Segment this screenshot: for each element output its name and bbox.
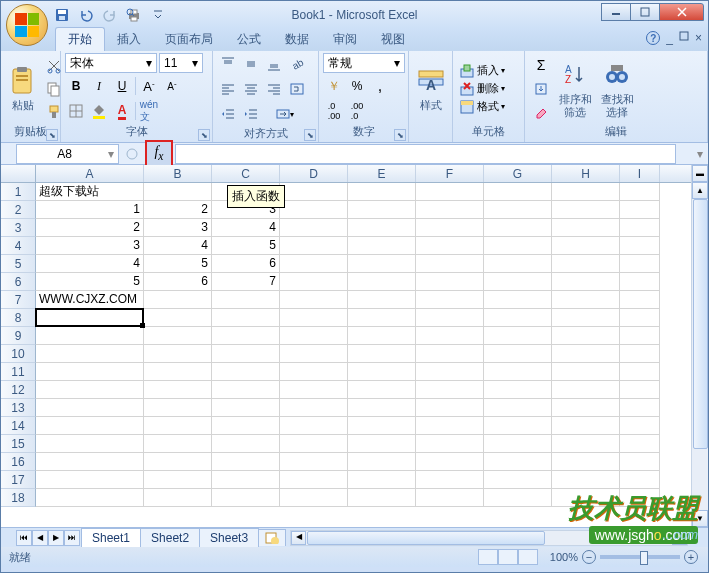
accounting-button[interactable]: ￥ [323, 75, 345, 97]
cell[interactable] [620, 255, 660, 273]
close-button[interactable] [659, 3, 704, 21]
cell[interactable] [484, 399, 552, 417]
cell[interactable] [212, 453, 280, 471]
cell[interactable] [552, 381, 620, 399]
cell[interactable] [552, 309, 620, 327]
spreadsheet-grid[interactable]: ABCDEFGHI 123456789101112131415161718 超级… [1, 165, 708, 527]
row-header[interactable]: 7 [1, 291, 36, 309]
tab-页面布局[interactable]: 页面布局 [153, 28, 225, 51]
cell[interactable]: 2 [36, 219, 144, 237]
cell[interactable] [280, 327, 348, 345]
sheet-nav-last[interactable]: ⏭ [64, 530, 80, 546]
cell[interactable]: 3 [36, 237, 144, 255]
increase-decimal-button[interactable]: .0.00 [323, 100, 345, 122]
cell[interactable] [280, 255, 348, 273]
cell[interactable]: 5 [36, 273, 144, 291]
cell[interactable] [620, 219, 660, 237]
cell[interactable] [620, 363, 660, 381]
scroll-down-icon[interactable]: ▼ [692, 510, 708, 527]
column-header[interactable]: B [144, 165, 212, 182]
cell[interactable] [416, 489, 484, 507]
sheet-nav-first[interactable]: ⏮ [16, 530, 32, 546]
cell[interactable] [36, 309, 144, 327]
wrap-text-button[interactable] [286, 78, 308, 100]
view-pagebreak-button[interactable] [518, 549, 538, 565]
cell[interactable] [144, 453, 212, 471]
cell[interactable] [212, 345, 280, 363]
delete-cells-button[interactable]: 删除▾ [457, 80, 507, 98]
sheet-tab[interactable]: Sheet1 [81, 528, 141, 547]
cell[interactable] [416, 291, 484, 309]
autosum-button[interactable]: Σ [529, 54, 553, 76]
cell[interactable]: 3 [144, 219, 212, 237]
find-select-button[interactable]: 查找和 选择 [597, 57, 637, 119]
cell[interactable] [280, 471, 348, 489]
qat-save[interactable] [51, 4, 73, 26]
cell[interactable]: 4 [144, 237, 212, 255]
row-header[interactable]: 14 [1, 417, 36, 435]
cell[interactable] [416, 399, 484, 417]
shrink-font-button[interactable]: Aˇ [161, 75, 183, 97]
scroll-up-icon[interactable]: ▲ [692, 182, 708, 199]
cell[interactable] [348, 273, 416, 291]
zoom-in-button[interactable]: + [684, 550, 698, 564]
row-header[interactable]: 8 [1, 309, 36, 327]
cell[interactable] [552, 237, 620, 255]
row-header[interactable]: 6 [1, 273, 36, 291]
cell[interactable] [212, 417, 280, 435]
sheet-nav-next[interactable]: ▶ [48, 530, 64, 546]
sheet-tab[interactable]: Sheet3 [199, 528, 259, 547]
cell[interactable] [144, 327, 212, 345]
qat-redo[interactable] [99, 4, 121, 26]
cell[interactable] [552, 471, 620, 489]
new-sheet-button[interactable] [258, 529, 286, 546]
cell[interactable] [36, 489, 144, 507]
cell[interactable] [416, 471, 484, 489]
formula-input[interactable] [175, 144, 676, 164]
insert-cells-button[interactable]: 插入▾ [457, 62, 507, 80]
cell[interactable] [280, 237, 348, 255]
cell[interactable] [212, 399, 280, 417]
horizontal-scrollbar[interactable]: ◀ ▶ [290, 530, 688, 546]
scroll-right-icon[interactable]: ▶ [672, 531, 687, 545]
cell[interactable] [552, 417, 620, 435]
row-header[interactable]: 4 [1, 237, 36, 255]
cell[interactable] [484, 453, 552, 471]
align-middle-button[interactable] [240, 53, 262, 75]
cell[interactable] [484, 237, 552, 255]
view-layout-button[interactable] [498, 549, 518, 565]
row-header[interactable]: 5 [1, 255, 36, 273]
cell[interactable] [212, 309, 280, 327]
qat-undo[interactable] [75, 4, 97, 26]
paste-button[interactable]: 粘贴 [5, 63, 41, 113]
row-header[interactable]: 9 [1, 327, 36, 345]
italic-button[interactable]: I [88, 75, 110, 97]
cell[interactable] [552, 435, 620, 453]
cell[interactable] [348, 363, 416, 381]
font-color-button[interactable]: A [111, 100, 133, 122]
cell[interactable] [416, 417, 484, 435]
grow-font-button[interactable]: Aˆ [138, 75, 160, 97]
phonetic-button[interactable]: wén文 [138, 100, 160, 122]
cell[interactable] [484, 273, 552, 291]
orientation-button[interactable]: ab [286, 53, 308, 75]
cell[interactable] [620, 417, 660, 435]
cell[interactable] [416, 255, 484, 273]
cell[interactable]: 超级下载站 [36, 183, 144, 201]
cell[interactable] [348, 201, 416, 219]
cell[interactable] [552, 273, 620, 291]
office-button[interactable] [6, 4, 48, 46]
cell[interactable] [280, 417, 348, 435]
cell[interactable] [552, 399, 620, 417]
cell[interactable] [484, 309, 552, 327]
row-header[interactable]: 3 [1, 219, 36, 237]
cell[interactable] [552, 291, 620, 309]
tab-公式[interactable]: 公式 [225, 28, 273, 51]
vertical-scrollbar[interactable]: ▬ ▲ ▼ [691, 165, 708, 527]
cell[interactable] [348, 471, 416, 489]
column-header[interactable]: A [36, 165, 144, 182]
row-header[interactable]: 2 [1, 201, 36, 219]
fill-color-button[interactable] [88, 100, 110, 122]
cell[interactable] [620, 291, 660, 309]
column-header[interactable]: I [620, 165, 660, 182]
